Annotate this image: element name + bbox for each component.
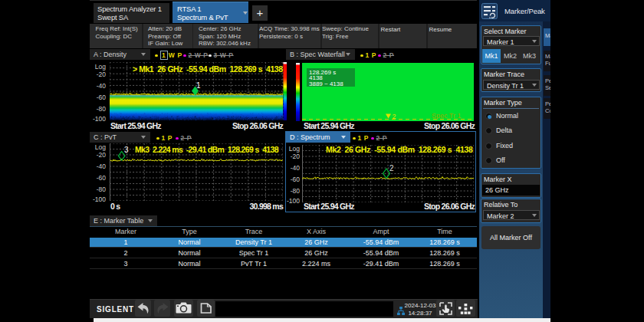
- svg-text:2: 2: [393, 113, 396, 120]
- svg-text:3: 3: [124, 146, 129, 154]
- svg-text:1: 1: [196, 81, 201, 90]
- svg-text:Spec Tr 1: Spec Tr 1: [432, 112, 462, 120]
- svg-text:3889 ~ 4138: 3889 ~ 4138: [309, 80, 343, 87]
- svg-text:2: 2: [389, 164, 394, 172]
